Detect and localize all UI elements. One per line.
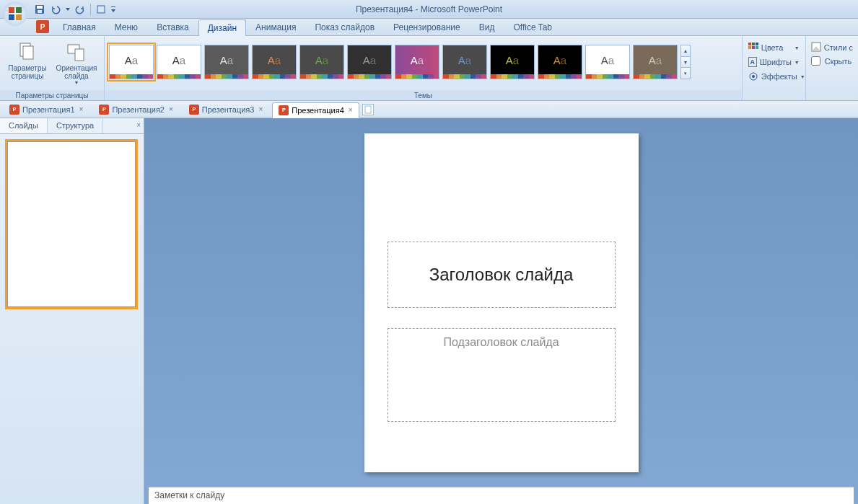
styles-icon (811, 42, 821, 53)
page-setup-button[interactable]: Параметры страницы (4, 37, 51, 83)
hide-checkbox[interactable] (811, 56, 820, 66)
theme-thumb-6[interactable]: Aa (395, 45, 439, 79)
doc-tab-0[interactable]: PПрезентация1× (3, 102, 89, 118)
svg-rect-3 (9, 14, 14, 20)
ribbon-tab-slideshow[interactable]: Показ слайдов (305, 19, 384, 35)
svg-rect-1 (9, 7, 14, 13)
group-background: Стили с Скрыть (806, 36, 858, 100)
subtitle-placeholder[interactable]: Подзаголовок слайда (388, 328, 616, 422)
svg-rect-9 (99, 7, 103, 12)
window-title: Презентация4 - Microsoft PowerPoint (356, 4, 502, 14)
ribbon-tabs: P Главная Меню Вставка Дизайн Анимация П… (0, 19, 858, 36)
slide-orientation-button[interactable]: Ориентация слайда ▼ (53, 37, 100, 88)
redo-icon[interactable] (73, 2, 87, 17)
theme-thumb-10[interactable]: Aa (585, 45, 630, 79)
undo-icon[interactable] (48, 2, 63, 17)
powerpoint-file-icon: P (189, 105, 199, 115)
ribbon-tab-review[interactable]: Рецензирование (384, 19, 470, 35)
theme-gallery-scroll: ▲▼▾ (680, 45, 691, 79)
svg-rect-14 (75, 49, 84, 61)
office-button[interactable] (1, 0, 29, 27)
ribbon-tab-view[interactable]: Вид (470, 19, 504, 35)
powerpoint-file-icon: P (9, 105, 19, 115)
chevron-down-icon: ▼ (794, 60, 800, 65)
svg-rect-7 (38, 10, 42, 13)
theme-thumb-4[interactable]: Aa (299, 45, 344, 79)
quick-access-toolbar (32, 2, 117, 17)
theme-effects-button[interactable]: Эффекты▼ (745, 69, 802, 84)
notes-area[interactable]: Заметки к слайду (149, 487, 854, 504)
group-page-setup: Параметры страницы Ориентация слайда ▼ П… (0, 36, 105, 100)
theme-thumb-2[interactable]: Aa (204, 45, 249, 79)
colors-icon (748, 43, 758, 53)
canvas-area[interactable]: Заголовок слайда Подзаголовок слайда (144, 118, 858, 487)
ribbon-tab-menu[interactable]: Меню (105, 19, 147, 35)
doc-tab-3[interactable]: PПрезентация4× (272, 102, 359, 118)
theme-thumb-3[interactable]: Aa (252, 45, 297, 79)
chevron-down-icon: ▼ (800, 74, 805, 79)
group-theme-modifiers: Цвета▼ A Шрифты▼ Эффекты▼ (743, 36, 806, 100)
powerpoint-icon: P (36, 20, 49, 33)
theme-fonts-button[interactable]: A Шрифты▼ (745, 55, 802, 69)
document-tabs: PПрезентация1×PПрезентация2×PПрезентация… (0, 101, 858, 118)
chevron-down-icon: ▼ (794, 45, 800, 50)
theme-thumb-1[interactable]: Aa (157, 45, 201, 79)
theme-thumb-11[interactable]: Aa (633, 45, 678, 79)
title-placeholder[interactable]: Заголовок слайда (388, 242, 616, 308)
effects-icon (748, 71, 758, 81)
theme-thumb-8[interactable]: Aa (490, 45, 535, 79)
svg-rect-19 (752, 46, 755, 49)
editor-area: Заголовок слайда Подзаголовок слайда Зам… (144, 118, 858, 504)
group-themes: AaAaAaAaAaAaAaAaAaAaAaAa▲▼▾ Темы (105, 36, 743, 100)
svg-rect-17 (756, 43, 758, 45)
hide-background-checkbox[interactable]: Скрыть (809, 55, 855, 67)
theme-thumb-9[interactable]: Aa (538, 45, 582, 79)
svg-point-22 (752, 75, 755, 78)
pane-close-icon[interactable]: × (136, 121, 141, 129)
doc-tab-2[interactable]: PПрезентация3× (183, 102, 269, 118)
group-label-page-setup: Параметры страницы (0, 90, 104, 100)
qat-separator (90, 4, 91, 15)
svg-rect-2 (16, 7, 22, 13)
pane-tab-slides[interactable]: Слайды (0, 118, 48, 133)
svg-rect-15 (748, 43, 751, 45)
background-styles-button[interactable]: Стили с (809, 40, 855, 55)
powerpoint-file-icon: P (99, 105, 109, 115)
svg-rect-12 (23, 46, 33, 59)
svg-rect-4 (16, 14, 22, 20)
ribbon-tab-home[interactable]: Главная (53, 19, 105, 35)
ribbon-tab-officetab[interactable]: Office Tab (504, 19, 561, 35)
fonts-icon: A (748, 57, 757, 67)
new-doc-tab-button[interactable] (362, 104, 374, 115)
print-preview-icon[interactable] (94, 2, 108, 17)
gallery-down-icon[interactable]: ▼ (681, 57, 690, 68)
close-tab-icon[interactable]: × (79, 105, 84, 113)
theme-colors-button[interactable]: Цвета▼ (745, 40, 802, 55)
ribbon-tab-insert[interactable]: Вставка (147, 19, 198, 35)
svg-point-0 (3, 1, 27, 26)
gallery-more-icon[interactable]: ▾ (681, 68, 690, 79)
themes-gallery: AaAaAaAaAaAaAaAaAaAaAaAa▲▼▾ (109, 37, 691, 87)
save-icon[interactable] (32, 2, 47, 17)
close-tab-icon[interactable]: × (169, 105, 173, 113)
gallery-up-icon[interactable]: ▲ (681, 45, 690, 57)
ribbon-tab-design[interactable]: Дизайн (198, 19, 246, 36)
qat-customize-icon[interactable] (110, 2, 117, 17)
title-bar: Презентация4 - Microsoft PowerPoint (0, 0, 858, 19)
close-tab-icon[interactable]: × (258, 105, 263, 113)
pane-tab-outline[interactable]: Структура (48, 118, 103, 133)
close-tab-icon[interactable]: × (349, 106, 353, 114)
theme-thumb-0[interactable]: Aa (109, 45, 154, 79)
slide-canvas[interactable]: Заголовок слайда Подзаголовок слайда (364, 133, 639, 472)
doc-tab-1[interactable]: PПрезентация2× (92, 102, 179, 118)
svg-rect-16 (752, 43, 755, 45)
theme-thumb-5[interactable]: Aa (347, 45, 392, 79)
thumbnail-area (0, 134, 144, 504)
pane-tabs: Слайды Структура × (0, 118, 144, 134)
ribbon-tab-animation[interactable]: Анимация (246, 19, 305, 35)
slide-thumbnail-1[interactable] (7, 141, 136, 307)
svg-rect-20 (756, 46, 758, 49)
undo-dropdown-icon[interactable] (64, 2, 71, 17)
main-area: Слайды Структура × Заголовок слайда Подз… (0, 118, 858, 504)
theme-thumb-7[interactable]: Aa (442, 45, 487, 79)
